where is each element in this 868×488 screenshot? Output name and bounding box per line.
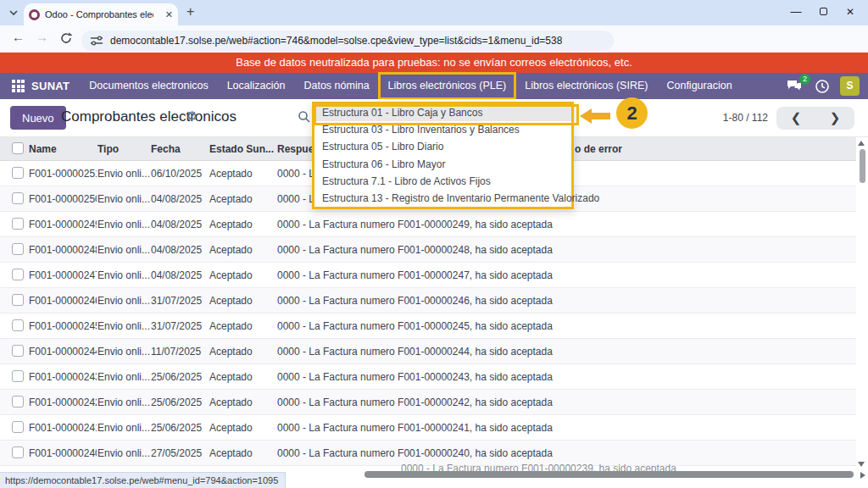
url-bar[interactable]: democontable17.solse.pe/web#action=746&m… — [81, 30, 614, 51]
cell-tipo: Envio onli... — [97, 219, 150, 230]
cell-respuesta: 0000 - La Factura numero F001-00000244, … — [277, 346, 582, 358]
cell-tipo: Envio onli... — [97, 447, 150, 459]
row-checkbox[interactable] — [12, 345, 24, 357]
vertical-scroll-down-arrow[interactable] — [858, 462, 865, 467]
nav-item-0[interactable]: Documentos electronicos — [80, 73, 217, 99]
cell-estado: Aceptado — [209, 244, 274, 256]
pager-next-button[interactable]: ❯ — [815, 107, 854, 130]
vertical-scrollbar[interactable] — [860, 149, 865, 183]
dropdown-item-2[interactable]: Estructura 05 - Libro Diario — [314, 138, 571, 155]
cell-tipo: Envio onli... — [97, 422, 150, 434]
cell-fecha: 04/08/2025 — [151, 269, 209, 281]
cell-tipo: Envio onli... — [97, 295, 150, 307]
browser-tab[interactable]: Odoo - Comprobantes electron ✕ — [24, 3, 178, 25]
table-row[interactable]: F001-00000246 Envio onli... 31/07/2025 A… — [0, 288, 856, 313]
row-checkbox[interactable] — [12, 243, 24, 255]
header-estado-sunat[interactable]: Estado Sun... — [209, 143, 274, 155]
cell-fecha: 04/08/2025 — [151, 219, 209, 230]
cell-tipo: Envio onli... — [97, 346, 150, 358]
nav-item-1[interactable]: Localización — [218, 73, 295, 99]
select-all-checkbox[interactable] — [12, 142, 24, 154]
chat-icon[interactable]: 2 — [786, 79, 804, 94]
app-brand[interactable]: SUNAT — [31, 73, 70, 99]
nav-item-4[interactable]: Libros electrónicos (SIRE) — [515, 73, 657, 99]
header-fecha[interactable]: Fecha — [151, 143, 209, 155]
row-checkbox[interactable] — [12, 421, 24, 433]
dropdown-item-4[interactable]: Estructura 7.1 - Libro de Activos Fijos — [314, 173, 571, 190]
row-checkbox[interactable] — [12, 269, 24, 280]
nav-item-3[interactable]: Libros electrónicos (PLE) — [379, 73, 516, 99]
cell-respuesta: 0000 - La Factura numero F001-00000245, … — [277, 320, 582, 332]
header-error[interactable]: o de error — [575, 143, 622, 155]
cell-fecha: 31/07/2025 — [151, 295, 209, 307]
row-checkbox[interactable] — [12, 446, 24, 458]
apps-grid-icon[interactable] — [12, 80, 25, 99]
gear-icon[interactable]: ⚙ — [186, 108, 198, 124]
table-row[interactable]: F001-00000241 Envio onli... 25/06/2025 A… — [0, 415, 856, 441]
new-record-button[interactable]: Nuevo — [10, 106, 66, 130]
cell-fecha: 11/07/2025 — [151, 346, 209, 358]
row-checkbox[interactable] — [12, 396, 24, 408]
nav-item-5[interactable]: Configuracion — [657, 73, 741, 99]
back-button[interactable]: ← — [12, 30, 25, 44]
activities-clock-icon[interactable] — [815, 79, 830, 94]
odoo-favicon-icon — [29, 9, 40, 20]
row-checkbox[interactable] — [12, 192, 24, 204]
cell-fecha: 25/06/2025 — [151, 422, 209, 434]
tab-close-icon[interactable]: ✕ — [165, 9, 173, 20]
row-checkbox[interactable] — [12, 294, 24, 306]
row-checkbox[interactable] — [12, 319, 24, 331]
cell-fecha: 27/05/2025 — [151, 447, 209, 459]
cell-tipo: Envio onli... — [97, 168, 150, 180]
new-tab-button[interactable]: + — [186, 4, 194, 19]
table-row[interactable]: F001-00000247 Envio onli... 04/08/2025 A… — [0, 263, 856, 288]
row-checkbox[interactable] — [12, 370, 24, 382]
cell-estado: Aceptado — [209, 269, 274, 281]
tab-title: Odoo - Comprobantes electron — [45, 9, 153, 19]
cell-fecha: 25/06/2025 — [151, 371, 209, 383]
user-avatar[interactable]: S — [840, 76, 860, 96]
table-row[interactable]: F001-00000245 Envio onli... 31/07/2025 A… — [0, 313, 856, 339]
window-close-button[interactable]: ✕ — [837, 2, 863, 22]
table-row[interactable]: F001-00000244 Envio onli... 11/07/2025 A… — [0, 339, 856, 364]
forward-button[interactable]: → — [36, 30, 48, 44]
annotation-step-badge: 2 — [616, 97, 648, 129]
site-settings-icon[interactable] — [90, 35, 103, 47]
window-maximize-button[interactable] — [810, 2, 836, 22]
pager-prev-button[interactable]: ❮ — [776, 107, 815, 130]
horizontal-scrollbar[interactable] — [364, 471, 854, 478]
cell-name: F001-00000244 — [29, 346, 97, 358]
cell-fecha: 04/08/2025 — [151, 244, 209, 256]
row-checkbox[interactable] — [12, 218, 24, 230]
chat-unread-badge: 2 — [799, 74, 810, 85]
cell-respuesta: 0000 - La Factura numero F001-00000248, … — [277, 244, 582, 256]
pager: ❮ ❯ — [776, 107, 854, 130]
annotation-arrow-icon — [580, 108, 610, 125]
cell-name: F001-00000250 — [29, 193, 97, 205]
header-tipo[interactable]: Tipo — [97, 143, 150, 155]
nav-item-2[interactable]: Datos nómina — [294, 73, 378, 99]
partial-row-respuesta: 0000 - La Factura numero F001-00000239, … — [401, 463, 757, 471]
row-checkbox[interactable] — [12, 167, 24, 179]
dropdown-item-3[interactable]: Estructura 06 - Libro Mayor — [314, 156, 571, 173]
table-row[interactable]: F001-00000249 Envio onli... 04/08/2025 A… — [0, 212, 856, 237]
window-minimize-button[interactable]: — — [783, 2, 809, 22]
cell-estado: Aceptado — [209, 346, 274, 358]
search-icon[interactable] — [298, 110, 311, 124]
cell-tipo: Envio onli... — [97, 244, 150, 256]
dropdown-item-5[interactable]: Estructura 13 - Registro de Inventario P… — [314, 190, 571, 207]
tab-search-chevron-icon[interactable] — [5, 5, 22, 20]
cell-estado: Aceptado — [209, 447, 274, 459]
url-text[interactable]: democontable17.solse.pe/web#action=746&m… — [110, 35, 562, 47]
horizontal-scroll-right-arrow[interactable] — [860, 472, 865, 479]
vertical-scroll-up-arrow[interactable] — [858, 141, 865, 146]
header-name[interactable]: Name — [29, 143, 97, 155]
table-row[interactable]: F001-00000248 Envio onli... 04/08/2025 A… — [0, 237, 856, 263]
cell-fecha: 04/08/2025 — [151, 193, 209, 205]
table-row[interactable]: F001-00000242 Envio onli... 25/06/2025 A… — [0, 390, 856, 415]
table-row[interactable]: F001-00000243 Envio onli... 25/06/2025 A… — [0, 364, 856, 390]
cell-respuesta: 0000 - La Factura numero F001-00000243, … — [277, 371, 582, 383]
reload-button[interactable] — [59, 31, 73, 45]
cell-estado: Aceptado — [209, 168, 274, 180]
cell-respuesta: 0000 - La Factura numero F001-00000247, … — [277, 269, 582, 281]
